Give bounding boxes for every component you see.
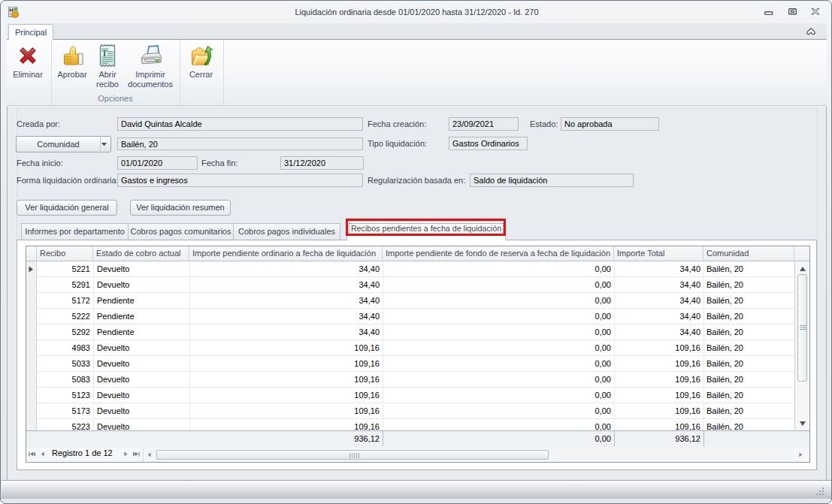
svg-text:T: T: [101, 49, 107, 58]
